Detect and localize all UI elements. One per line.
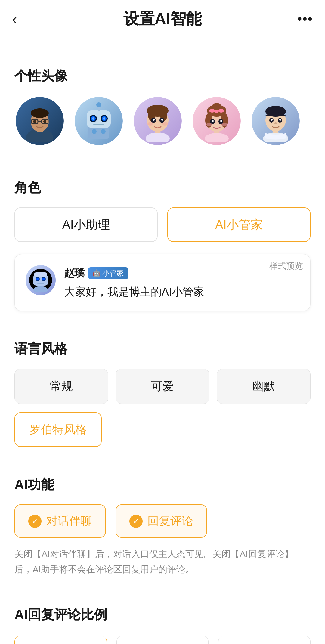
svg-point-71 — [36, 278, 39, 280]
svg-rect-19 — [93, 124, 104, 125]
ai-functions-section: AI功能 ✓ 对话伴聊 ✓ 回复评论 关闭【AI对话伴聊】后，对话入口仅主人态可… — [0, 461, 325, 577]
svg-point-15 — [92, 117, 94, 120]
func-comment-check-icon: ✓ — [129, 515, 143, 528]
avatar-section: 个性头像 — [0, 38, 325, 150]
func-comment-button[interactable]: ✓ 回复评论 — [116, 504, 207, 538]
back-button[interactable]: ‹ — [12, 10, 36, 28]
svg-point-48 — [206, 123, 212, 126]
preview-badge-text: 小管家 — [102, 268, 124, 278]
avatar-item-4[interactable] — [191, 96, 242, 146]
header: ‹ 设置AI智能 ••• — [0, 0, 325, 38]
preview-label: 样式预览 — [269, 260, 303, 272]
preview-avatar — [26, 265, 56, 295]
func-chat-check-icon: ✓ — [28, 515, 42, 528]
avatar-section-title: 个性头像 — [14, 67, 311, 85]
svg-point-47 — [220, 120, 222, 122]
svg-point-12 — [96, 102, 101, 107]
role-section-title: 角色 — [14, 179, 311, 197]
svg-point-30 — [153, 119, 155, 121]
avatar-item-2[interactable] — [73, 96, 124, 146]
ai-functions-description: 关闭【AI对话伴聊】后，对话入口仅主人态可见。关闭【AI回复评论】后，AI助手将… — [14, 546, 311, 577]
svg-point-20 — [92, 129, 97, 134]
role-manager-button[interactable]: AI小管家 — [167, 207, 311, 242]
func-chat-button[interactable]: ✓ 对话伴聊 — [14, 504, 106, 538]
ratio-high-button[interactable]: 高 — [218, 636, 311, 644]
svg-point-18 — [103, 117, 105, 120]
reply-ratio-title: AI回复评论比例 — [14, 606, 311, 624]
svg-point-41 — [209, 109, 215, 113]
lang-humor-button[interactable]: 幽默 — [217, 369, 311, 404]
svg-rect-69 — [34, 272, 47, 277]
svg-point-49 — [221, 123, 227, 126]
func-comment-label: 回复评论 — [147, 513, 193, 529]
svg-point-46 — [212, 120, 214, 122]
preview-badge-icon: 🤖 — [92, 269, 101, 277]
language-section-title: 语言风格 — [14, 340, 311, 358]
reply-ratio-section: AI回复评论比例 低 中 高 — [0, 591, 325, 644]
svg-point-21 — [101, 129, 106, 134]
svg-point-58 — [274, 122, 277, 124]
svg-point-8 — [43, 120, 46, 123]
svg-point-42 — [218, 109, 224, 113]
ratio-mid-button[interactable]: 中 — [116, 636, 209, 644]
preview-card: 样式预览 赵璞 🤖 — [14, 254, 311, 311]
ai-functions-row: ✓ 对话伴聊 ✓ 回复评论 — [14, 504, 311, 538]
lang-cute-button[interactable]: 可爱 — [116, 369, 209, 404]
more-button[interactable]: ••• — [289, 11, 313, 26]
avatar-item-1[interactable] — [14, 96, 65, 146]
ratio-low-button[interactable]: 低 — [14, 636, 107, 644]
svg-point-7 — [33, 120, 36, 123]
preview-username: 赵璞 — [64, 266, 85, 280]
avatar-row — [14, 96, 311, 150]
svg-point-56 — [271, 119, 273, 121]
page-title: 设置AI智能 — [123, 8, 202, 29]
svg-point-3 — [31, 108, 49, 118]
svg-point-33 — [162, 122, 168, 126]
role-row: AI小助理 AI小管家 — [14, 207, 311, 242]
svg-rect-74 — [37, 283, 44, 284]
ratio-options-row: 低 中 高 — [14, 636, 311, 644]
svg-point-22 — [146, 132, 170, 142]
language-section: 语言风格 常规 可爱 幽默 罗伯特风格 — [0, 326, 325, 447]
ai-functions-title: AI功能 — [14, 476, 311, 494]
svg-point-43 — [215, 110, 218, 113]
svg-point-34 — [205, 133, 229, 142]
avatar-item-6[interactable] — [309, 96, 311, 146]
preview-role-badge: 🤖 小管家 — [88, 267, 128, 279]
svg-point-32 — [147, 122, 153, 126]
svg-point-31 — [161, 119, 163, 121]
preview-content: 赵璞 🤖 小管家 大家好，我是博主的AI小管家 — [64, 265, 299, 300]
svg-point-73 — [42, 278, 45, 280]
lang-robert-button[interactable]: 罗伯特风格 — [14, 412, 102, 447]
avatar-item-3[interactable] — [132, 96, 183, 146]
avatar-item-5[interactable] — [250, 96, 301, 146]
preview-message: 大家好，我是博主的AI小管家 — [64, 284, 299, 300]
language-style-grid: 常规 可爱 幽默 — [14, 369, 311, 404]
lang-normal-button[interactable]: 常规 — [14, 369, 108, 404]
preview-name-row: 赵璞 🤖 小管家 — [64, 266, 299, 280]
role-assistant-button[interactable]: AI小助理 — [14, 207, 158, 242]
func-chat-label: 对话伴聊 — [46, 513, 92, 529]
role-section: 角色 AI小助理 AI小管家 样式预览 — [0, 164, 325, 311]
svg-point-57 — [279, 119, 281, 121]
